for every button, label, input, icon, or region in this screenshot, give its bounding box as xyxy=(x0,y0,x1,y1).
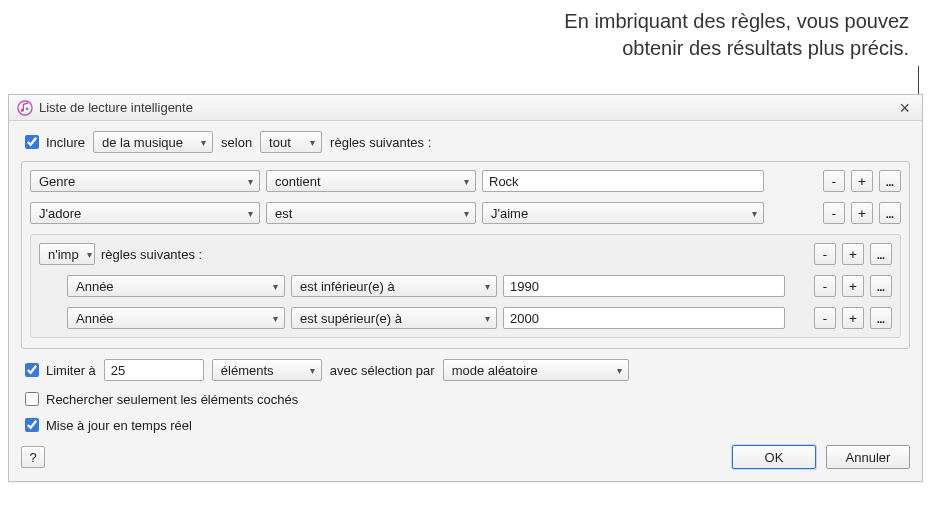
nested-match-select[interactable]: n'imp ▾ xyxy=(39,243,95,265)
live-update-checkbox-input[interactable] xyxy=(25,418,39,432)
chevron-down-icon: ▾ xyxy=(248,176,253,187)
remove-rule-button[interactable]: - xyxy=(823,202,845,224)
include-checkbox-input[interactable] xyxy=(25,135,39,149)
rule-value-select[interactable]: J'aime ▾ xyxy=(482,202,764,224)
smart-playlist-dialog: Liste de lecture intelligente × Inclure … xyxy=(8,94,923,482)
include-label: Inclure xyxy=(46,135,85,150)
chevron-down-icon: ▾ xyxy=(310,137,315,148)
rule-value-text: J'aime xyxy=(491,206,528,221)
svg-point-2 xyxy=(26,107,29,110)
rule-field-select[interactable]: Année ▾ xyxy=(67,307,285,329)
rule-value-text: 1990 xyxy=(510,279,539,294)
annotation-line1: En imbriquant des règles, vous pouvez xyxy=(564,10,909,32)
limit-mode-value: mode aléatoire xyxy=(452,363,538,378)
rule-row: Année ▾ est inférieur(e) à ▾ 1990 - + … xyxy=(67,275,892,297)
chevron-down-icon: ▾ xyxy=(617,365,622,376)
checked-only-checkbox-input[interactable] xyxy=(25,392,39,406)
chevron-down-icon: ▾ xyxy=(310,365,315,376)
media-select-value: de la musique xyxy=(102,135,183,150)
titlebar: Liste de lecture intelligente × xyxy=(9,95,922,121)
ok-button[interactable]: OK xyxy=(732,445,816,469)
rule-field-value: Genre xyxy=(39,174,75,189)
rule-value-text: Rock xyxy=(489,174,519,189)
rule-op-value: est supérieur(e) à xyxy=(300,311,402,326)
live-update-checkbox[interactable]: Mise à jour en temps réel xyxy=(21,415,192,435)
remove-rule-button[interactable]: - xyxy=(814,307,836,329)
chevron-down-icon: ▾ xyxy=(485,281,490,292)
add-rule-button[interactable]: + xyxy=(851,202,873,224)
rule-more-button[interactable]: … xyxy=(870,275,892,297)
rule-op-select[interactable]: est supérieur(e) à ▾ xyxy=(291,307,497,329)
nested-rules-suffix: règles suivantes : xyxy=(101,247,202,262)
remove-rule-button[interactable]: - xyxy=(814,275,836,297)
close-icon[interactable]: × xyxy=(895,99,914,117)
live-update-row: Mise à jour en temps réel xyxy=(21,415,910,435)
rule-more-button[interactable]: … xyxy=(879,202,901,224)
rule-op-select[interactable]: est inférieur(e) à ▾ xyxy=(291,275,497,297)
remove-rule-button[interactable]: - xyxy=(814,243,836,265)
rule-op-value: contient xyxy=(275,174,321,189)
chevron-down-icon: ▾ xyxy=(273,313,278,324)
media-select[interactable]: de la musique ▾ xyxy=(93,131,213,153)
rule-field-select[interactable]: Genre ▾ xyxy=(30,170,260,192)
chevron-down-icon: ▾ xyxy=(464,208,469,219)
limit-label: Limiter à xyxy=(46,363,96,378)
any-select[interactable]: tout ▾ xyxy=(260,131,322,153)
limit-mode-select[interactable]: mode aléatoire ▾ xyxy=(443,359,629,381)
limit-row: Limiter à 25 éléments ▾ avec sélection p… xyxy=(21,359,910,381)
limit-value-text: 25 xyxy=(111,363,125,378)
rule-more-button[interactable]: … xyxy=(870,243,892,265)
any-select-value: tout xyxy=(269,135,291,150)
rule-field-select[interactable]: J'adore ▾ xyxy=(30,202,260,224)
rule-op-value: est inférieur(e) à xyxy=(300,279,395,294)
chevron-down-icon: ▾ xyxy=(201,137,206,148)
rule-value-input[interactable]: Rock xyxy=(482,170,764,192)
rules-container: Genre ▾ contient ▾ Rock - + … xyxy=(21,161,910,349)
chevron-down-icon: ▾ xyxy=(87,249,92,260)
add-rule-button[interactable]: + xyxy=(842,243,864,265)
checked-only-label: Rechercher seulement les éléments cochés xyxy=(46,392,298,407)
rule-value-input[interactable]: 1990 xyxy=(503,275,785,297)
annotation-line2: obtenir des résultats plus précis. xyxy=(622,37,909,59)
limit-checkbox-input[interactable] xyxy=(25,363,39,377)
rule-op-select[interactable]: est ▾ xyxy=(266,202,476,224)
add-rule-button[interactable]: + xyxy=(842,307,864,329)
itunes-icon xyxy=(17,100,33,116)
rule-row: J'adore ▾ est ▾ J'aime ▾ - + … xyxy=(30,202,901,224)
rule-value-input[interactable]: 2000 xyxy=(503,307,785,329)
limit-checkbox[interactable]: Limiter à xyxy=(21,360,96,380)
rule-field-value: J'adore xyxy=(39,206,81,221)
rule-field-value: Année xyxy=(76,311,114,326)
live-update-label: Mise à jour en temps réel xyxy=(46,418,192,433)
rule-op-value: est xyxy=(275,206,292,221)
rule-op-select[interactable]: contient ▾ xyxy=(266,170,476,192)
add-rule-button[interactable]: + xyxy=(851,170,873,192)
nested-match-row: n'imp ▾ règles suivantes : - + … xyxy=(39,243,892,265)
add-rule-button[interactable]: + xyxy=(842,275,864,297)
nested-match-value: n'imp xyxy=(48,247,79,262)
dialog-content: Inclure de la musique ▾ selon tout ▾ règ… xyxy=(9,121,922,481)
rule-field-value: Année xyxy=(76,279,114,294)
chevron-down-icon: ▾ xyxy=(485,313,490,324)
footer-row: ? OK Annuler xyxy=(21,445,910,469)
rule-field-select[interactable]: Année ▾ xyxy=(67,275,285,297)
cancel-button[interactable]: Annuler xyxy=(826,445,910,469)
remove-rule-button[interactable]: - xyxy=(823,170,845,192)
chevron-down-icon: ▾ xyxy=(248,208,253,219)
selected-by-label: avec sélection par xyxy=(330,363,435,378)
rule-more-button[interactable]: … xyxy=(879,170,901,192)
limit-unit-select[interactable]: éléments ▾ xyxy=(212,359,322,381)
checked-only-checkbox[interactable]: Rechercher seulement les éléments cochés xyxy=(21,389,298,409)
limit-unit-value: éléments xyxy=(221,363,274,378)
include-checkbox[interactable]: Inclure xyxy=(21,132,85,152)
svg-point-1 xyxy=(21,108,24,111)
selon-label: selon xyxy=(221,135,252,150)
chevron-down-icon: ▾ xyxy=(752,208,757,219)
chevron-down-icon: ▾ xyxy=(464,176,469,187)
rule-more-button[interactable]: … xyxy=(870,307,892,329)
svg-point-0 xyxy=(18,101,32,115)
rule-value-text: 2000 xyxy=(510,311,539,326)
limit-value-input[interactable]: 25 xyxy=(104,359,204,381)
dialog-title: Liste de lecture intelligente xyxy=(39,100,193,115)
help-button[interactable]: ? xyxy=(21,446,45,468)
